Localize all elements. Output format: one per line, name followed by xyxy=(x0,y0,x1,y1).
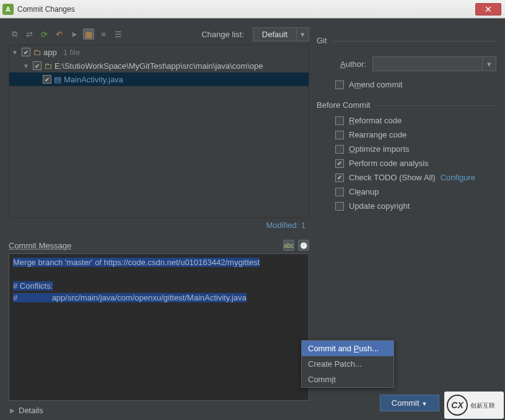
titlebar: A Commit Changes ✕ xyxy=(0,0,505,19)
checkbox-label: Check TODO (Show All) xyxy=(349,173,436,182)
cleanup-row[interactable]: Cleanup xyxy=(317,185,496,199)
commit-message-label: Commit Message abc 🕘 xyxy=(9,236,309,253)
tree-node-label: E:\StutioWorkSpace\MyGitTest\app\src\mai… xyxy=(55,61,263,71)
before-commit-label: Before Commit xyxy=(317,100,496,110)
spellcheck-icon[interactable]: abc xyxy=(283,240,294,251)
checkbox-label: Cleanup xyxy=(349,187,379,196)
show-diff-icon[interactable]: ⧉ xyxy=(9,28,20,40)
close-button[interactable]: ✕ xyxy=(475,3,501,15)
changelist-dropdown[interactable]: Default ▾ xyxy=(253,27,309,42)
move-to-changelist-icon[interactable]: ⇄ xyxy=(24,28,35,40)
expand-all-icon[interactable]: ≡ xyxy=(98,28,109,40)
splitter-grip[interactable]: :::: xyxy=(172,408,183,413)
chevron-right-icon: ▶ xyxy=(10,407,15,414)
checkbox-label: Update copyright xyxy=(349,201,410,211)
watermark: CX 创新互联 xyxy=(444,392,504,419)
tree-file-row[interactable]: ▤ MainActivity.java xyxy=(9,72,309,86)
create-patch-item[interactable]: Create Patch... xyxy=(302,356,393,372)
collapse-all-icon[interactable]: ☰ xyxy=(113,28,124,40)
checkbox[interactable] xyxy=(335,145,344,154)
commit-item[interactable]: Commit xyxy=(302,372,393,387)
java-file-icon: ▤ xyxy=(54,75,61,84)
changes-tree[interactable]: ▼ 🗀 app 1 file ▼ 🗀 E:\StutioWorkSpace\My… xyxy=(9,45,309,218)
checkbox-label: Rearrange code xyxy=(349,130,406,139)
tree-path-row[interactable]: ▼ 🗀 E:\StutioWorkSpace\MyGitTest\app\src… xyxy=(9,59,309,72)
checkbox[interactable] xyxy=(335,173,344,182)
folder-icon: 🗀 xyxy=(33,48,41,57)
file-count: 1 file xyxy=(63,48,80,57)
author-input[interactable] xyxy=(372,56,483,71)
git-section-label: Git xyxy=(317,36,496,45)
watermark-logo: CX xyxy=(447,395,468,416)
rearrange-code-row[interactable]: Rearrange code xyxy=(317,128,496,142)
configure-link[interactable]: Configure xyxy=(441,173,475,182)
update-copyright-row[interactable]: Update copyright xyxy=(317,199,496,213)
checkbox[interactable] xyxy=(33,61,42,70)
check-todo-row[interactable]: Check TODO (Show All) Configure xyxy=(317,170,496,185)
details-label: Details xyxy=(19,406,43,415)
checkbox[interactable] xyxy=(335,188,344,196)
commit-and-push-item[interactable]: Commit and Push... xyxy=(302,341,393,356)
checkbox-label: Perform code analysis xyxy=(349,159,429,168)
checkbox-label: Reformat code xyxy=(349,116,402,125)
checkbox[interactable] xyxy=(335,81,344,89)
author-label: Author: xyxy=(335,59,366,69)
checkbox[interactable] xyxy=(43,75,51,84)
expand-arrow-icon[interactable]: ▼ xyxy=(12,49,19,56)
toolbar: ⧉ ⇄ ⟳ ↶ ➤ ▦ ≡ ☰ Change list: Default ▾ xyxy=(9,27,309,45)
window-title: Commit Changes xyxy=(17,5,475,14)
checkbox[interactable] xyxy=(335,116,344,125)
checkbox[interactable] xyxy=(335,131,344,139)
chevron-down-icon: ▾ xyxy=(297,27,309,42)
commit-message-textarea[interactable]: Merge branch 'master' of https://code.cs… xyxy=(9,253,309,401)
expand-arrow-icon[interactable]: ▼ xyxy=(23,63,30,69)
amend-commit-checkbox-row[interactable]: Amend commit xyxy=(317,77,496,92)
splitter-grip[interactable]: :::: xyxy=(9,230,309,236)
group-by-directory-icon[interactable]: ▦ xyxy=(83,28,94,40)
amend-commit-label: Amend commit xyxy=(349,80,403,89)
optimize-imports-row[interactable]: Optimize imports xyxy=(317,142,496,156)
details-toggle[interactable]: ▶ Details :::: xyxy=(9,401,309,420)
app-icon: A xyxy=(2,4,14,15)
tree-node-label: MainActivity.java xyxy=(64,75,123,84)
changelist-label: Change list: xyxy=(201,30,244,39)
checkbox[interactable] xyxy=(335,202,344,211)
commit-button[interactable]: Commit▼ xyxy=(380,395,439,411)
checkbox[interactable] xyxy=(335,159,344,168)
changelist-value: Default xyxy=(253,27,297,42)
rollback-icon[interactable]: ↶ xyxy=(53,28,64,40)
tree-node-label: app xyxy=(43,48,57,57)
modified-count: Modified: 1 xyxy=(9,218,309,230)
checkbox[interactable] xyxy=(22,48,30,56)
perform-code-analysis-row[interactable]: Perform code analysis xyxy=(317,156,496,170)
chevron-down-icon: ▾ xyxy=(483,56,496,71)
refresh-icon[interactable]: ⟳ xyxy=(38,28,50,40)
checkbox-label: Optimize imports xyxy=(349,144,410,154)
history-icon[interactable]: 🕘 xyxy=(298,240,309,251)
reformat-code-row[interactable]: Reformat code xyxy=(317,113,496,128)
jump-to-source-icon[interactable]: ➤ xyxy=(68,28,79,40)
watermark-text: 创新互联 xyxy=(470,402,495,409)
folder-icon: 🗀 xyxy=(44,61,52,71)
tree-root-row[interactable]: ▼ 🗀 app 1 file xyxy=(9,45,309,59)
commit-dropdown-menu: Commit and Push... Create Patch... Commi… xyxy=(301,340,394,388)
author-select[interactable]: ▾ xyxy=(372,56,496,71)
